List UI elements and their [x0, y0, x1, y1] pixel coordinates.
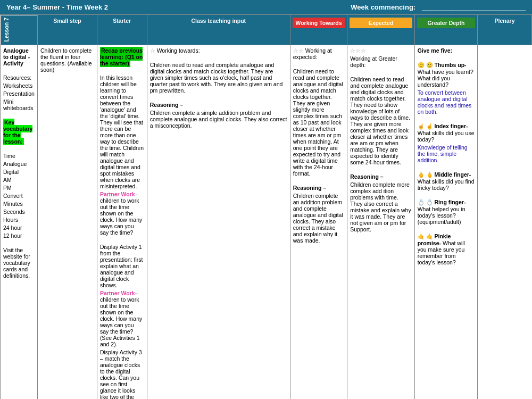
- visit-text: Visit the website for vocabulary cards a…: [3, 247, 35, 279]
- vocab-hours: Hours: [3, 217, 35, 223]
- wt-reasoning-text: Children complete a simple addition prob…: [150, 110, 287, 129]
- recap-label: Recap previous learning: (Q1 on the star…: [100, 47, 143, 67]
- greater-depth-cell: ☆☆☆ Working at Greater depth: Children n…: [347, 45, 414, 399]
- wt-reasoning-label: Reasoning –: [150, 102, 183, 108]
- plenary-header: Plenary: [478, 15, 532, 45]
- vocab-digital: Digital: [3, 169, 35, 175]
- partner-work-text: – children to work out the time shown on…: [100, 191, 142, 236]
- give-five-label: Give me five:: [418, 47, 452, 54]
- wt-stars: ☆: [150, 47, 155, 54]
- week-commencing: Week commencing: _______________________…: [351, 3, 526, 11]
- vocab-label: Key vocabulary for the lesson:: [3, 119, 32, 145]
- expected-subheader: Expected: [347, 15, 414, 45]
- small-step-cell: Analogue to digital - Activity Resources…: [1, 45, 38, 399]
- small-step-title: Analogue to digital - Activity: [3, 47, 30, 66]
- greater-depth-label: Greater Depth: [417, 18, 475, 28]
- middle-text: What skills did you find tricky today?: [418, 178, 475, 191]
- index-label: ☝ Index finger-: [426, 123, 468, 129]
- partner-work-label: Partner Work: [100, 191, 135, 197]
- vocab-analogue: Analogue: [3, 161, 35, 167]
- working-towards-label: Working Towards: [293, 18, 345, 28]
- exp-stars: ☆☆: [293, 47, 304, 54]
- resource-mini-whiteboards: Mini whiteboards: [3, 98, 35, 111]
- class-teaching-header: Class teaching input: [147, 15, 290, 45]
- gd-reasoning-label: Reasoning –: [350, 173, 383, 180]
- middle-emoji: 🖕: [418, 171, 425, 178]
- class-teaching-cell: Recap previous learning: (Q1 on the star…: [97, 45, 147, 399]
- working-towards-cell: ☆ Working towards: Children need to read…: [147, 45, 290, 399]
- vocab-24hour: 24 hour: [3, 225, 35, 231]
- vocab-time: Time: [3, 153, 35, 159]
- wt-heading: Working towards:: [157, 47, 200, 54]
- expected-cell: ☆☆ Working at expected: Children need to…: [290, 45, 347, 399]
- thumbs-answer: To convert between analogue and digital …: [418, 89, 475, 115]
- pinkie-emoji: 🤙: [418, 233, 425, 239]
- thumbs-label: 🙂 Thumbs up-: [426, 62, 467, 68]
- intro-text: In this lesson children will be learning…: [100, 74, 144, 189]
- vocab-am: AM: [3, 177, 35, 183]
- thumbs-emoji: 🙂: [418, 62, 425, 68]
- resource-worksheets: Worksheets: [3, 82, 35, 89]
- resources-label: Resources:: [3, 74, 35, 81]
- index-answer: Knowledge of telling the time, simple ad…: [418, 144, 475, 163]
- display1-text: Display Activity 1 from the presentation…: [100, 244, 144, 288]
- page-title: Year 4– Summer - Time Week 2: [6, 3, 108, 11]
- vocab-pm: PM: [3, 185, 35, 191]
- header-bar: Year 4– Summer - Time Week 2 Week commen…: [0, 0, 532, 14]
- exp-reasoning-text: Children complete an addition problem an…: [293, 193, 345, 244]
- middle-label: 🖕 Middle finger-: [426, 171, 471, 178]
- thumbs-text: What have you learnt? What did you under…: [418, 69, 473, 88]
- gd-heading: Working at Greater depth:: [350, 55, 411, 68]
- small-step-header: Small step: [37, 15, 97, 45]
- vocab-12hour: 12 hour: [3, 232, 35, 239]
- ring-text: What helped you in today's lesson? (equi…: [418, 206, 466, 225]
- index-emoji: ☝: [418, 123, 425, 129]
- expected-label: Expected: [350, 18, 412, 28]
- index-text: What skills did you use today?: [418, 130, 475, 143]
- vocab-seconds: Seconds: [3, 209, 35, 215]
- partner-work2-text: – children to work out the time shown on…: [100, 290, 142, 347]
- ring-label: 💍 Ring finger-: [426, 199, 466, 205]
- gd-body: Children need to read and complete analo…: [350, 76, 411, 165]
- partner-work2-label: Partner Work: [100, 290, 135, 296]
- lesson-header: Lesson 7: [1, 15, 38, 45]
- working-towards-subheader: Working Towards: [290, 15, 347, 45]
- starter-text: Children to complete the fluent in four …: [40, 47, 94, 73]
- wt-body: Children need to read and complete analo…: [150, 62, 287, 94]
- exp-reasoning-label: Reasoning –: [293, 185, 326, 191]
- vocab-minutes: Minutes: [3, 201, 35, 207]
- gd-reasoning-text: Children complete more complex add ition…: [350, 181, 411, 232]
- plenary-cell: Give me five: 🙂 🙂 Thumbs up- What have y…: [414, 45, 477, 399]
- gd-stars: ☆☆☆: [350, 47, 366, 54]
- greater-depth-subheader: Greater Depth: [414, 15, 477, 45]
- starter-header: Starter: [97, 15, 147, 45]
- display3-text: Display Activity 3 – match the analogue …: [100, 349, 143, 399]
- exp-body: Children need to read and complete analo…: [293, 68, 345, 177]
- starter-cell: Children to complete the fluent in four …: [37, 45, 97, 399]
- ring-emoji: 💍: [418, 199, 425, 205]
- resource-presentation: Presentation: [3, 90, 35, 97]
- vocab-convert: Convert: [3, 193, 35, 199]
